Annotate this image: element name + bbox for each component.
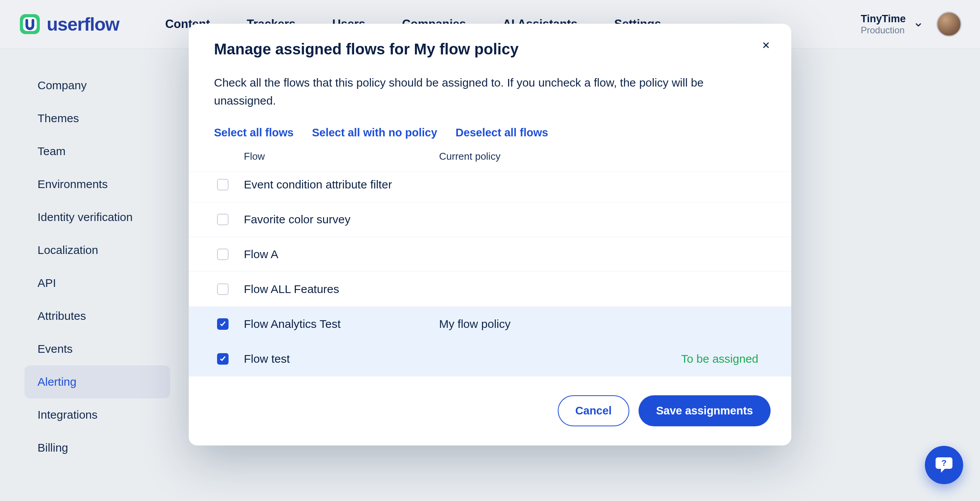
- topbar-right: TinyTime Production: [861, 11, 962, 37]
- sidebar-item-events[interactable]: Events: [24, 332, 170, 365]
- sidebar-item-api[interactable]: API: [24, 267, 170, 300]
- sidebar-item-identity-verification[interactable]: Identity verification: [24, 201, 170, 234]
- flow-row[interactable]: Favorite color survey: [189, 202, 791, 237]
- sidebar-item-company[interactable]: Company: [24, 69, 170, 102]
- sidebar-item-environments[interactable]: Environments: [24, 168, 170, 201]
- brand-name: userflow: [47, 14, 119, 35]
- flow-policy: My flow policy: [439, 318, 669, 331]
- sidebar-item-team[interactable]: Team: [24, 135, 170, 168]
- flow-name: Event condition attribute filter: [244, 178, 439, 191]
- close-icon: [761, 39, 771, 52]
- modal-title: Manage assigned flows for My flow policy: [214, 41, 766, 58]
- flow-name: Flow test: [244, 352, 439, 365]
- flow-status: To be assigned: [669, 352, 778, 365]
- sidebar-item-attributes[interactable]: Attributes: [24, 300, 170, 332]
- sidebar-item-billing[interactable]: Billing: [24, 431, 170, 464]
- svg-text:?: ?: [941, 458, 946, 468]
- col-policy: Current policy: [439, 151, 669, 162]
- flow-row[interactable]: Flow Analytics Test My flow policy: [189, 307, 791, 342]
- flow-rows: Event condition attribute filter Favorit…: [189, 172, 791, 378]
- sidebar-item-localization[interactable]: Localization: [24, 234, 170, 267]
- help-icon: ?: [934, 454, 954, 476]
- deselect-all-flows-link[interactable]: Deselect all flows: [456, 126, 548, 139]
- flow-name: Flow ALL Features: [244, 283, 439, 296]
- workspace-name: TinyTime: [861, 13, 906, 25]
- flow-checkbox[interactable]: [217, 353, 229, 365]
- workspace-switcher[interactable]: TinyTime Production: [861, 13, 923, 36]
- col-flow: Flow: [244, 151, 439, 162]
- flow-checkbox[interactable]: [217, 283, 229, 295]
- sidebar-item-integrations[interactable]: Integrations: [24, 398, 170, 431]
- flow-name: Favorite color survey: [244, 213, 439, 226]
- help-bubble[interactable]: ?: [925, 446, 963, 484]
- sidebar-item-themes[interactable]: Themes: [24, 102, 170, 135]
- flow-row[interactable]: Flow ALL Features: [189, 272, 791, 307]
- flow-checkbox[interactable]: [217, 249, 229, 260]
- flow-name: Flow A: [244, 248, 439, 261]
- modal-footer: Cancel Save assignments: [189, 378, 791, 442]
- save-assignments-button[interactable]: Save assignments: [639, 395, 771, 426]
- bulk-actions: Select all flows Select all with no poli…: [189, 110, 791, 139]
- select-all-flows-link[interactable]: Select all flows: [214, 126, 294, 139]
- chevron-down-icon: [914, 20, 923, 28]
- workspace-env: Production: [861, 25, 906, 36]
- select-no-policy-link[interactable]: Select all with no policy: [312, 126, 437, 139]
- flow-checkbox[interactable]: [217, 179, 229, 190]
- brand-logo[interactable]: userflow: [18, 13, 119, 36]
- avatar[interactable]: [936, 11, 962, 37]
- cancel-button[interactable]: Cancel: [558, 395, 629, 426]
- close-button[interactable]: [758, 38, 774, 54]
- flow-row[interactable]: Flow test To be assigned: [189, 342, 791, 377]
- flow-row[interactable]: Event condition attribute filter: [189, 172, 791, 202]
- flow-checkbox[interactable]: [217, 214, 229, 225]
- sidebar-item-alerting[interactable]: Alerting: [24, 365, 170, 398]
- table-header: Flow Current policy: [189, 139, 791, 172]
- manage-flows-modal: Manage assigned flows for My flow policy…: [189, 24, 791, 445]
- flow-checkbox[interactable]: [217, 318, 229, 330]
- modal-description: Check all the flows that this policy sho…: [189, 58, 740, 110]
- logo-icon: [18, 13, 41, 36]
- flow-row[interactable]: Flow A: [189, 237, 791, 272]
- flow-name: Flow Analytics Test: [244, 318, 439, 331]
- settings-sidebar: Company Themes Team Environments Identit…: [24, 69, 170, 464]
